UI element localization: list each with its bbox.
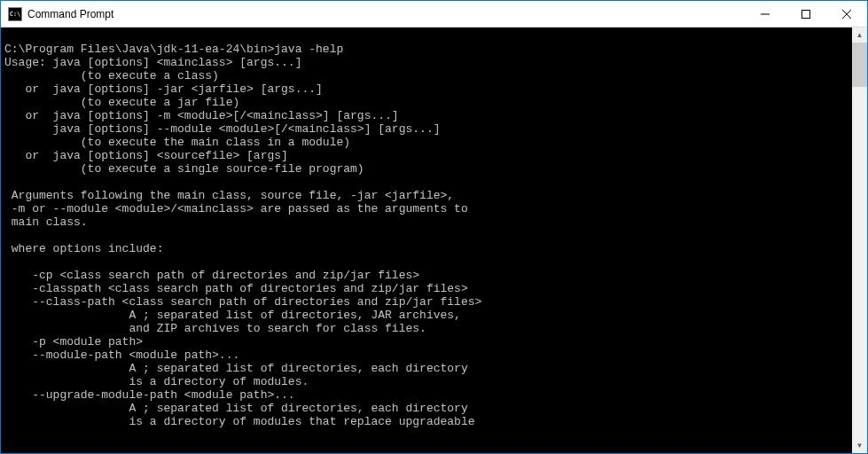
window-controls: [745, 1, 867, 27]
scroll-up-arrow[interactable]: ▲: [852, 27, 867, 43]
minimize-icon: [761, 10, 770, 19]
minimize-button[interactable]: [745, 1, 786, 27]
svg-rect-1: [802, 10, 810, 18]
vertical-scrollbar[interactable]: ▲ ▼: [852, 27, 867, 453]
terminal-output[interactable]: C:\Program Files\Java\jdk-11-ea-24\bin>j…: [1, 27, 852, 453]
scroll-thumb[interactable]: [852, 43, 867, 87]
close-icon: [842, 10, 851, 19]
maximize-icon: [802, 10, 810, 19]
close-button[interactable]: [826, 1, 867, 27]
cmd-icon: C:\: [8, 7, 22, 21]
scroll-track[interactable]: [852, 43, 867, 438]
window-titlebar: C:\ Command Prompt: [1, 1, 867, 27]
window-title: Command Prompt: [27, 8, 745, 20]
scroll-down-arrow[interactable]: ▼: [852, 438, 867, 453]
terminal-container: C:\Program Files\Java\jdk-11-ea-24\bin>j…: [1, 27, 867, 453]
maximize-button[interactable]: [786, 1, 826, 27]
